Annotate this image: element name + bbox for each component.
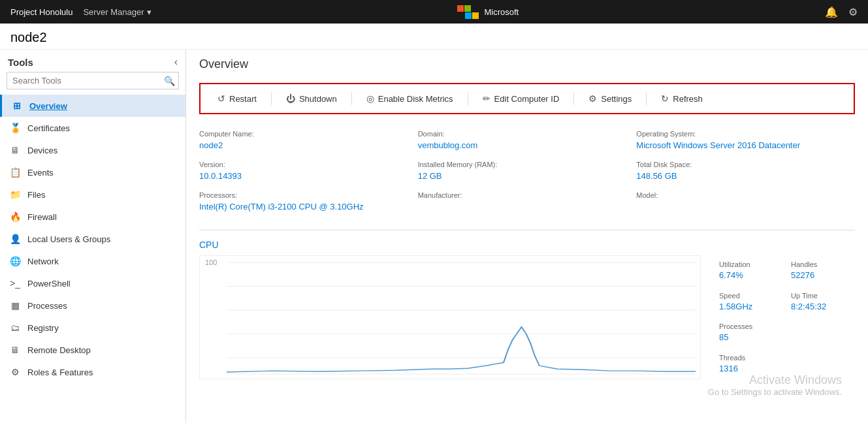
cpu-handles-cell: Handles 52276 <box>783 255 855 287</box>
collapse-icon[interactable]: ‹ <box>174 56 178 68</box>
enable-disk-button[interactable]: ◎ Enable Disk Metrics <box>357 89 462 108</box>
events-nav-icon: 📋 <box>9 167 21 178</box>
cpu-speed-label: Speed <box>719 292 775 300</box>
cpu-uptime-label: Up Time <box>791 292 847 300</box>
files-nav-label: Files <box>27 190 45 200</box>
sidebar-item-local-users[interactable]: 👤Local Users & Groups <box>0 228 185 250</box>
sidebar-item-registry[interactable]: 🗂Registry <box>0 317 185 339</box>
os-cell: Operating System: Microsoft Windows Serv… <box>636 125 855 155</box>
firewall-nav-label: Firewall <box>27 212 57 222</box>
action-bar: ↺ Restart ⏻ Shutdown ◎ Enable Disk Metri… <box>199 83 855 114</box>
os-label: Operating System: <box>636 130 844 138</box>
cpu-uptime-cell: Up Time 8:2:45:32 <box>783 287 855 318</box>
cpu-threads-value: 1316 <box>719 364 775 373</box>
local-users-nav-label: Local Users & Groups <box>27 234 110 244</box>
page-title: node2 <box>0 24 868 50</box>
computer-name-cell: Computer Name: node2 <box>199 125 418 155</box>
processes-nav-icon: ▦ <box>9 300 21 311</box>
sidebar-item-processes[interactable]: ▦Processes <box>0 294 185 317</box>
search-button[interactable]: 🔍 <box>164 76 175 86</box>
search-wrap: 🔍 <box>7 72 179 89</box>
cpu-section: CPU 100 <box>186 233 868 386</box>
ms-logo-yellow <box>472 12 479 19</box>
os-value: Microsoft Windows Server 2016 Datacenter <box>636 140 844 150</box>
registry-nav-label: Registry <box>27 323 59 333</box>
overview-title: Overview <box>199 57 855 71</box>
edit-icon: ✏ <box>483 93 490 104</box>
server-manager-label: Server Manager <box>83 7 144 17</box>
registry-nav-icon: 🗂 <box>9 322 21 333</box>
ms-logo-red <box>457 5 464 12</box>
notification-icon[interactable]: 🔔 <box>825 6 838 18</box>
search-input[interactable] <box>7 72 179 89</box>
sidebar-nav: ⊞Overview🏅Certificates🖥Devices📋Events📁Fi… <box>0 95 185 423</box>
app: node2 Tools ‹ 🔍 ⊞Overview🏅Certificates🖥D… <box>0 24 868 423</box>
version-cell: Version: 10.0.14393 <box>199 155 418 186</box>
topbar-left: Project Honolulu Server Manager ▾ <box>10 7 152 17</box>
processes-nav-label: Processes <box>27 301 67 311</box>
sidebar-item-events[interactable]: 📋Events <box>0 161 185 183</box>
roles-features-nav-label: Roles & Features <box>27 368 93 377</box>
disk-label: Total Disk Space: <box>636 161 844 168</box>
shutdown-label: Shutdown <box>299 94 337 104</box>
sidebar-item-files[interactable]: 📁Files <box>0 183 185 206</box>
cpu-speed-value: 1.58GHz <box>719 302 775 311</box>
refresh-button[interactable]: ↻ Refresh <box>652 89 712 108</box>
sidebar-tools-label: Tools <box>8 57 33 68</box>
cpu-speed-cell: Speed 1.58GHz <box>711 287 783 318</box>
cpu-title: CPU <box>199 240 855 250</box>
domain-cell: Domain: vembublog.com <box>418 125 637 155</box>
computer-name-label: Computer Name: <box>199 130 408 138</box>
info-grid: Computer Name: node2 Domain: vembublog.c… <box>199 125 855 217</box>
cpu-threads-label: Threads <box>719 354 775 362</box>
sidebar-search-container: 🔍 <box>0 72 185 95</box>
sidebar-item-devices[interactable]: 🖥Devices <box>0 139 185 161</box>
sidebar-item-powershell[interactable]: >_PowerShell <box>0 272 185 294</box>
settings-button[interactable]: ⚙ Settings <box>579 89 641 108</box>
events-nav-label: Events <box>27 168 54 178</box>
domain-label: Domain: <box>418 130 626 138</box>
sidebar-item-roles-features[interactable]: ⚙Roles & Features <box>0 361 185 383</box>
topbar: Project Honolulu Server Manager ▾ Micros… <box>0 0 868 24</box>
powershell-nav-icon: >_ <box>9 278 21 289</box>
sidebar-item-certificates[interactable]: 🏅Certificates <box>0 117 185 139</box>
remote-desktop-nav-icon: 🖥 <box>9 345 21 355</box>
cpu-content: 100 <box>199 255 855 379</box>
processors-cell: Processors: Intel(R) Core(TM) i3-2100 CP… <box>199 186 418 217</box>
brand-label: Project Honolulu <box>10 7 72 17</box>
shutdown-button[interactable]: ⏻ Shutdown <box>277 89 346 108</box>
overview-nav-label: Overview <box>29 101 67 111</box>
ram-cell: Installed Memory (RAM): 12 GB <box>418 155 637 186</box>
sidebar-item-firewall[interactable]: 🔥Firewall <box>0 206 185 228</box>
overview-nav-icon: ⊞ <box>11 101 23 111</box>
computer-name-value: node2 <box>199 140 408 150</box>
sidebar-item-overview[interactable]: ⊞Overview <box>0 95 185 117</box>
svg-rect-0 <box>200 256 700 379</box>
chevron-icon: ▾ <box>147 7 152 17</box>
divider-5 <box>646 92 647 105</box>
content-header: Overview <box>186 50 868 83</box>
cpu-threads-cell: Threads 1316 <box>711 349 783 380</box>
processors-label: Processors: <box>199 191 408 199</box>
cpu-empty-2 <box>783 349 855 380</box>
disk-icon: ◎ <box>366 93 374 104</box>
divider-3 <box>468 92 468 105</box>
edit-computer-button[interactable]: ✏ Edit Computer ID <box>474 89 569 108</box>
refresh-label: Refresh <box>673 94 703 104</box>
shutdown-icon: ⏻ <box>286 93 295 104</box>
local-users-nav-icon: 👤 <box>9 234 21 244</box>
version-value: 10.0.14393 <box>199 171 408 181</box>
settings-icon[interactable]: ⚙ <box>848 6 858 18</box>
cpu-utilization-label: Utilization <box>719 260 775 268</box>
sidebar-header: Tools ‹ <box>0 50 185 72</box>
topbar-right: 🔔 ⚙ <box>825 6 858 18</box>
certificates-nav-icon: 🏅 <box>9 123 21 133</box>
ram-value: 12 GB <box>418 171 626 181</box>
sidebar-item-network[interactable]: 🌐Network <box>0 250 185 272</box>
cpu-handles-value: 52276 <box>791 270 847 280</box>
sidebar-item-remote-desktop[interactable]: 🖥Remote Desktop <box>0 339 185 361</box>
server-manager-menu[interactable]: Server Manager ▾ <box>83 7 151 17</box>
main-body: Tools ‹ 🔍 ⊞Overview🏅Certificates🖥Devices… <box>0 50 868 423</box>
ms-logo-blue <box>465 12 472 19</box>
restart-button[interactable]: ↺ Restart <box>208 89 266 108</box>
